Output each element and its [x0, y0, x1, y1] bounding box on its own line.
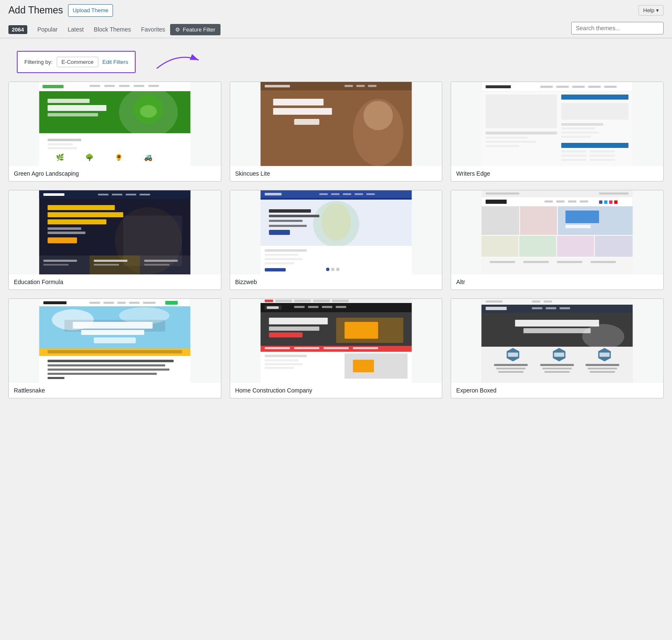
- theme-preview: [230, 190, 442, 274]
- tabs-search-row: [571, 22, 664, 38]
- svg-rect-17: [47, 139, 81, 141]
- svg-rect-172: [267, 306, 278, 309]
- svg-rect-202: [486, 307, 507, 310]
- svg-rect-119: [568, 200, 577, 203]
- svg-rect-50: [562, 123, 604, 126]
- chevron-down-icon: ▾: [656, 7, 659, 13]
- svg-rect-8: [148, 85, 159, 87]
- svg-rect-83: [94, 264, 119, 266]
- svg-rect-30: [273, 99, 323, 105]
- svg-rect-135: [490, 261, 515, 263]
- filter-tag: E-Commerce: [57, 57, 98, 67]
- svg-rect-122: [604, 200, 608, 204]
- svg-rect-48: [562, 95, 629, 100]
- green-agro-preview-svg: 🌿 🌳 🌻 🚜: [9, 82, 221, 166]
- edit-filters-link[interactable]: Edit Filters: [102, 59, 128, 65]
- svg-rect-18: [47, 143, 73, 145]
- tab-favorites[interactable]: Favorites: [136, 23, 171, 37]
- arrow-svg: [152, 47, 203, 73]
- help-button[interactable]: Help ▾: [638, 5, 664, 16]
- svg-rect-52: [562, 132, 599, 134]
- search-themes-input[interactable]: [571, 22, 664, 34]
- theme-preview: [451, 82, 663, 166]
- page-title: Add Themes: [8, 4, 63, 17]
- svg-rect-121: [599, 200, 603, 204]
- svg-rect-42: [604, 86, 617, 88]
- theme-name: Experon Boxed: [451, 383, 663, 398]
- tab-popular[interactable]: Popular: [32, 23, 63, 37]
- theme-card[interactable]: Experon Boxed: [451, 298, 664, 398]
- svg-rect-180: [344, 322, 378, 339]
- svg-point-110: [336, 268, 339, 271]
- svg-rect-199: [532, 300, 541, 303]
- help-label: Help: [643, 7, 654, 13]
- theme-card[interactable]: Bizzweb: [230, 190, 443, 290]
- page-header: Add Themes Upload Theme Help ▾: [0, 0, 672, 17]
- svg-rect-39: [556, 86, 569, 88]
- svg-rect-205: [560, 307, 570, 309]
- theme-name: Skincues Lite: [230, 166, 442, 181]
- feature-filter-button[interactable]: ⚙ Feature Filter: [170, 24, 220, 35]
- svg-rect-125: [482, 206, 520, 235]
- svg-rect-54: [562, 143, 629, 148]
- svg-rect-141: [43, 301, 66, 304]
- svg-rect-6: [119, 85, 129, 87]
- theme-card[interactable]: Skincues Lite: [230, 82, 443, 182]
- svg-rect-132: [557, 236, 594, 257]
- svg-rect-57: [562, 155, 587, 157]
- svg-rect-91: [354, 193, 363, 195]
- svg-rect-99: [269, 220, 302, 222]
- svg-rect-136: [524, 261, 549, 263]
- svg-rect-168: [313, 300, 330, 302]
- svg-text:🚜: 🚜: [144, 153, 152, 161]
- theme-card[interactable]: Education Formula: [8, 190, 221, 290]
- svg-point-34: [363, 101, 393, 130]
- themes-grid: 🌿 🌳 🌻 🚜 Green Agro Landscaping: [8, 82, 664, 398]
- svg-rect-215: [496, 368, 526, 369]
- theme-name: Altr: [451, 274, 663, 290]
- svg-rect-113: [486, 192, 520, 195]
- svg-rect-43: [486, 95, 557, 128]
- svg-rect-130: [482, 236, 519, 257]
- tab-block-themes[interactable]: Block Themes: [89, 23, 136, 37]
- page-title-area: Add Themes Upload Theme: [8, 4, 113, 17]
- svg-rect-47: [486, 145, 520, 147]
- theme-card[interactable]: Home Construction Company: [230, 298, 443, 398]
- svg-rect-152: [73, 322, 152, 329]
- svg-rect-11: [47, 105, 106, 111]
- svg-rect-147: [165, 301, 178, 305]
- svg-rect-5: [104, 85, 115, 87]
- svg-rect-64: [98, 194, 108, 195]
- svg-rect-181: [269, 318, 328, 324]
- theme-preview: 🌿 🌳 🌻 🚜: [9, 82, 221, 166]
- svg-rect-156: [47, 350, 182, 353]
- theme-preview: [230, 299, 442, 383]
- page-wrapper: Add Themes Upload Theme Help ▾ 2064 Popu…: [0, 0, 672, 640]
- theme-card[interactable]: Writers Edge: [451, 82, 664, 182]
- theme-name: Education Formula: [9, 274, 221, 290]
- svg-rect-12: [47, 113, 98, 116]
- theme-card[interactable]: Altr: [451, 190, 664, 290]
- theme-card[interactable]: 🌿 🌳 🌻 🚜 Green Agro Landscaping: [8, 82, 221, 182]
- svg-rect-79: [43, 260, 77, 262]
- tab-latest[interactable]: Latest: [63, 23, 89, 37]
- svg-rect-213: [508, 353, 518, 357]
- svg-rect-159: [47, 364, 165, 366]
- svg-rect-93: [260, 198, 412, 200]
- theme-name: Rattlesnake: [9, 383, 221, 398]
- svg-rect-56: [590, 150, 615, 153]
- svg-rect-53: [562, 136, 591, 138]
- svg-rect-70: [47, 219, 106, 224]
- theme-preview: [230, 82, 442, 166]
- upload-theme-button[interactable]: Upload Theme: [68, 4, 113, 17]
- svg-rect-138: [591, 261, 616, 263]
- bizzweb-preview-svg: [230, 190, 442, 274]
- svg-rect-37: [486, 85, 511, 88]
- svg-rect-3: [42, 85, 63, 88]
- svg-rect-41: [588, 86, 601, 88]
- svg-rect-175: [322, 306, 332, 308]
- theme-card[interactable]: Rattlesnake: [8, 298, 221, 398]
- theme-preview: [451, 190, 663, 274]
- svg-rect-92: [366, 193, 375, 195]
- theme-name: Writers Edge: [451, 166, 663, 181]
